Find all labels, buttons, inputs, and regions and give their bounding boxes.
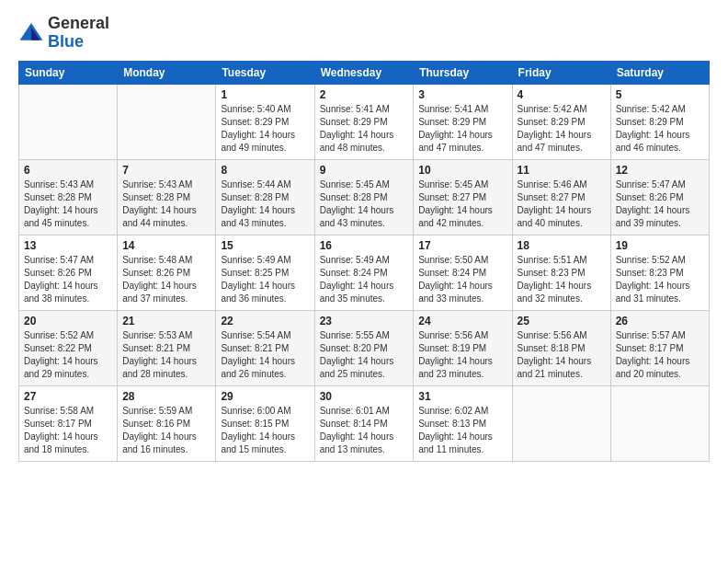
calendar-cell: 11Sunrise: 5:46 AM Sunset: 8:27 PM Dayli… xyxy=(512,159,610,235)
calendar-cell: 16Sunrise: 5:49 AM Sunset: 8:24 PM Dayli… xyxy=(314,235,414,310)
header: General Blue xyxy=(18,15,710,52)
weekday-monday: Monday xyxy=(118,61,216,84)
page: General Blue SundayMondayTuesdayWednesda… xyxy=(0,0,728,563)
day-info: Sunrise: 5:44 AM Sunset: 8:28 PM Dayligh… xyxy=(221,178,309,230)
logo-text: General Blue xyxy=(48,15,109,52)
calendar-cell: 17Sunrise: 5:50 AM Sunset: 8:24 PM Dayli… xyxy=(414,235,512,310)
day-info: Sunrise: 5:41 AM Sunset: 8:29 PM Dayligh… xyxy=(418,103,506,155)
day-info: Sunrise: 5:49 AM Sunset: 8:25 PM Dayligh… xyxy=(221,254,309,305)
day-number: 15 xyxy=(221,239,309,252)
day-number: 12 xyxy=(616,164,704,177)
day-info: Sunrise: 5:58 AM Sunset: 8:17 PM Dayligh… xyxy=(24,405,112,456)
day-number: 8 xyxy=(221,164,309,177)
calendar-cell xyxy=(118,84,216,159)
week-row-2: 6Sunrise: 5:43 AM Sunset: 8:28 PM Daylig… xyxy=(19,159,710,235)
weekday-tuesday: Tuesday xyxy=(216,61,314,84)
calendar-cell: 30Sunrise: 6:01 AM Sunset: 8:14 PM Dayli… xyxy=(314,385,414,461)
calendar-cell: 10Sunrise: 5:45 AM Sunset: 8:27 PM Dayli… xyxy=(414,159,512,235)
day-number: 2 xyxy=(320,88,409,101)
day-info: Sunrise: 5:59 AM Sunset: 8:16 PM Dayligh… xyxy=(122,405,210,456)
calendar-cell: 21Sunrise: 5:53 AM Sunset: 8:21 PM Dayli… xyxy=(118,310,216,385)
calendar-cell xyxy=(512,385,610,461)
calendar-cell: 25Sunrise: 5:56 AM Sunset: 8:18 PM Dayli… xyxy=(512,310,610,385)
calendar-cell xyxy=(19,84,118,159)
calendar-cell: 26Sunrise: 5:57 AM Sunset: 8:17 PM Dayli… xyxy=(610,310,709,385)
day-info: Sunrise: 5:47 AM Sunset: 8:26 PM Dayligh… xyxy=(24,254,112,305)
week-row-4: 20Sunrise: 5:52 AM Sunset: 8:22 PM Dayli… xyxy=(19,310,710,385)
day-info: Sunrise: 5:41 AM Sunset: 8:29 PM Dayligh… xyxy=(320,103,409,155)
day-number: 29 xyxy=(221,390,309,403)
calendar-cell: 31Sunrise: 6:02 AM Sunset: 8:13 PM Dayli… xyxy=(414,385,512,461)
day-info: Sunrise: 5:52 AM Sunset: 8:23 PM Dayligh… xyxy=(616,254,704,305)
day-info: Sunrise: 5:51 AM Sunset: 8:23 PM Dayligh… xyxy=(518,254,606,305)
day-number: 18 xyxy=(518,239,606,252)
day-number: 16 xyxy=(320,239,409,252)
day-info: Sunrise: 5:49 AM Sunset: 8:24 PM Dayligh… xyxy=(320,254,409,305)
day-number: 17 xyxy=(418,239,506,252)
calendar-cell: 14Sunrise: 5:48 AM Sunset: 8:26 PM Dayli… xyxy=(118,235,216,310)
calendar-cell: 2Sunrise: 5:41 AM Sunset: 8:29 PM Daylig… xyxy=(314,84,414,159)
day-number: 6 xyxy=(24,164,112,177)
calendar-cell: 20Sunrise: 5:52 AM Sunset: 8:22 PM Dayli… xyxy=(19,310,118,385)
day-number: 24 xyxy=(418,315,506,327)
calendar-cell: 13Sunrise: 5:47 AM Sunset: 8:26 PM Dayli… xyxy=(19,235,118,310)
week-row-3: 13Sunrise: 5:47 AM Sunset: 8:26 PM Dayli… xyxy=(19,235,710,310)
calendar-cell: 18Sunrise: 5:51 AM Sunset: 8:23 PM Dayli… xyxy=(512,235,610,310)
day-info: Sunrise: 6:01 AM Sunset: 8:14 PM Dayligh… xyxy=(320,405,409,456)
calendar-cell: 28Sunrise: 5:59 AM Sunset: 8:16 PM Dayli… xyxy=(118,385,216,461)
day-info: Sunrise: 5:43 AM Sunset: 8:28 PM Dayligh… xyxy=(24,178,112,230)
day-info: Sunrise: 5:56 AM Sunset: 8:19 PM Dayligh… xyxy=(418,329,506,381)
day-info: Sunrise: 5:53 AM Sunset: 8:21 PM Dayligh… xyxy=(122,329,210,381)
day-info: Sunrise: 5:45 AM Sunset: 8:27 PM Dayligh… xyxy=(418,178,506,230)
weekday-friday: Friday xyxy=(512,61,610,84)
day-info: Sunrise: 5:54 AM Sunset: 8:21 PM Dayligh… xyxy=(221,329,309,381)
day-number: 19 xyxy=(616,239,704,252)
day-info: Sunrise: 6:02 AM Sunset: 8:13 PM Dayligh… xyxy=(418,405,506,456)
day-info: Sunrise: 5:55 AM Sunset: 8:20 PM Dayligh… xyxy=(320,329,409,381)
calendar-cell: 29Sunrise: 6:00 AM Sunset: 8:15 PM Dayli… xyxy=(216,385,314,461)
calendar-cell: 27Sunrise: 5:58 AM Sunset: 8:17 PM Dayli… xyxy=(19,385,118,461)
calendar-cell: 8Sunrise: 5:44 AM Sunset: 8:28 PM Daylig… xyxy=(216,159,314,235)
week-row-5: 27Sunrise: 5:58 AM Sunset: 8:17 PM Dayli… xyxy=(19,385,710,461)
day-number: 31 xyxy=(418,390,506,403)
day-number: 25 xyxy=(518,315,606,327)
calendar-cell: 22Sunrise: 5:54 AM Sunset: 8:21 PM Dayli… xyxy=(216,310,314,385)
day-number: 21 xyxy=(122,315,210,327)
day-info: Sunrise: 6:00 AM Sunset: 8:15 PM Dayligh… xyxy=(221,405,309,456)
calendar-cell: 4Sunrise: 5:42 AM Sunset: 8:29 PM Daylig… xyxy=(512,84,610,159)
day-number: 27 xyxy=(24,390,112,403)
day-number: 23 xyxy=(320,315,409,327)
week-row-1: 1Sunrise: 5:40 AM Sunset: 8:29 PM Daylig… xyxy=(19,84,710,159)
calendar-cell: 7Sunrise: 5:43 AM Sunset: 8:28 PM Daylig… xyxy=(118,159,216,235)
calendar-cell xyxy=(610,385,709,461)
calendar-cell: 23Sunrise: 5:55 AM Sunset: 8:20 PM Dayli… xyxy=(314,310,414,385)
day-number: 1 xyxy=(221,88,309,101)
day-number: 10 xyxy=(418,164,506,177)
day-number: 14 xyxy=(122,239,210,252)
day-number: 9 xyxy=(320,164,409,177)
weekday-saturday: Saturday xyxy=(610,61,709,84)
day-info: Sunrise: 5:57 AM Sunset: 8:17 PM Dayligh… xyxy=(616,329,704,381)
weekday-thursday: Thursday xyxy=(414,61,512,84)
weekday-header-row: SundayMondayTuesdayWednesdayThursdayFrid… xyxy=(19,61,710,84)
calendar-cell: 9Sunrise: 5:45 AM Sunset: 8:28 PM Daylig… xyxy=(314,159,414,235)
day-number: 3 xyxy=(418,88,506,101)
calendar-cell: 12Sunrise: 5:47 AM Sunset: 8:26 PM Dayli… xyxy=(610,159,709,235)
calendar-cell: 5Sunrise: 5:42 AM Sunset: 8:29 PM Daylig… xyxy=(610,84,709,159)
day-info: Sunrise: 5:47 AM Sunset: 8:26 PM Dayligh… xyxy=(616,178,704,230)
day-info: Sunrise: 5:43 AM Sunset: 8:28 PM Dayligh… xyxy=(122,178,210,230)
logo-general: General xyxy=(48,14,109,32)
day-number: 11 xyxy=(518,164,606,177)
day-number: 7 xyxy=(122,164,210,177)
logo-blue: Blue xyxy=(48,32,84,51)
day-info: Sunrise: 5:46 AM Sunset: 8:27 PM Dayligh… xyxy=(518,178,606,230)
calendar-cell: 6Sunrise: 5:43 AM Sunset: 8:28 PM Daylig… xyxy=(19,159,118,235)
day-number: 20 xyxy=(24,315,112,327)
day-number: 13 xyxy=(24,239,112,252)
calendar-cell: 19Sunrise: 5:52 AM Sunset: 8:23 PM Dayli… xyxy=(610,235,709,310)
day-info: Sunrise: 5:50 AM Sunset: 8:24 PM Dayligh… xyxy=(418,254,506,305)
day-info: Sunrise: 5:42 AM Sunset: 8:29 PM Dayligh… xyxy=(616,103,704,155)
logo: General Blue xyxy=(18,15,109,52)
calendar-cell: 1Sunrise: 5:40 AM Sunset: 8:29 PM Daylig… xyxy=(216,84,314,159)
day-info: Sunrise: 5:42 AM Sunset: 8:29 PM Dayligh… xyxy=(518,103,606,155)
